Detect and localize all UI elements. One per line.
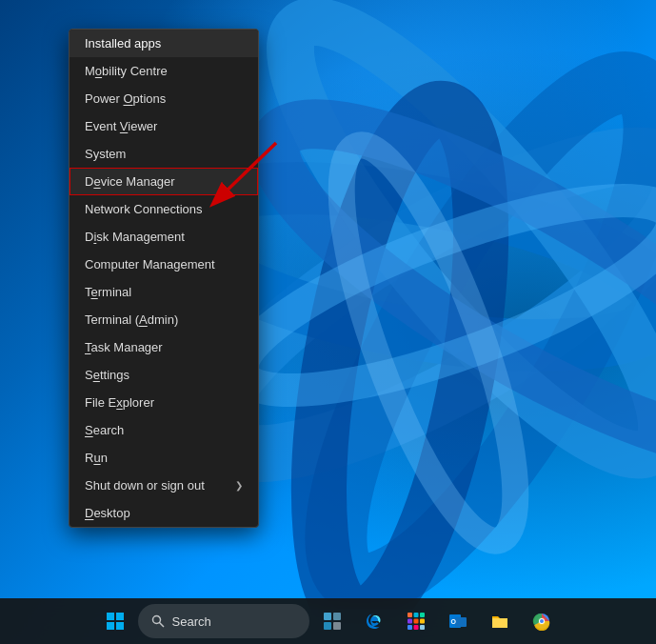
start-button[interactable]: [96, 602, 134, 640]
svg-rect-13: [116, 622, 124, 630]
svg-rect-21: [413, 613, 418, 617]
context-menu: Installed apps Mobility Centre Power Opt…: [69, 29, 259, 528]
widgets-button[interactable]: [313, 602, 351, 640]
menu-item-shut-down[interactable]: Shut down or sign out ❯: [70, 472, 258, 499]
menu-item-terminal-admin[interactable]: Terminal (Admin): [70, 306, 258, 333]
menu-item-file-explorer[interactable]: File Explorer: [70, 389, 258, 416]
outlook-button[interactable]: O: [439, 602, 477, 640]
svg-point-35: [540, 619, 544, 623]
edge-button[interactable]: [355, 602, 393, 640]
svg-rect-16: [324, 613, 331, 620]
menu-item-power-options[interactable]: Power Options: [70, 85, 258, 112]
edge-icon: [365, 612, 384, 631]
svg-rect-18: [324, 622, 331, 630]
menu-item-search[interactable]: Search: [70, 416, 258, 444]
svg-point-14: [152, 616, 160, 624]
chrome-icon: [532, 612, 551, 631]
menu-item-mobility-centre[interactable]: Mobility Centre: [70, 57, 258, 85]
windows-icon: [107, 613, 124, 630]
menu-item-computer-management[interactable]: Computer Management: [70, 251, 258, 278]
svg-rect-22: [420, 613, 425, 617]
menu-item-installed-apps[interactable]: Installed apps: [70, 30, 258, 57]
svg-text:O: O: [450, 618, 456, 625]
svg-rect-12: [107, 622, 114, 630]
file-explorer-button[interactable]: [481, 602, 519, 640]
menu-item-disk-management[interactable]: Disk Management: [70, 223, 258, 251]
taskbar-search[interactable]: Search: [138, 604, 309, 638]
apps-icon: [407, 612, 426, 631]
svg-rect-10: [107, 613, 114, 620]
svg-rect-30: [455, 617, 467, 627]
taskbar: Search: [0, 598, 656, 644]
desktop: Installed apps Mobility Centre Power Opt…: [0, 0, 656, 644]
menu-item-event-viewer[interactable]: Event Viewer: [70, 112, 258, 140]
menu-item-run[interactable]: Run: [70, 444, 258, 472]
widgets-icon: [323, 612, 342, 631]
svg-rect-20: [408, 613, 412, 617]
svg-line-15: [159, 623, 164, 628]
menu-item-task-manager[interactable]: Task Manager: [70, 333, 258, 361]
chevron-right-icon: ❯: [235, 480, 243, 491]
svg-rect-17: [333, 613, 341, 620]
svg-rect-23: [408, 619, 412, 624]
svg-rect-11: [116, 613, 124, 620]
svg-rect-25: [420, 619, 425, 624]
search-label: Search: [172, 614, 211, 629]
chrome-button[interactable]: [523, 602, 561, 640]
menu-item-system[interactable]: System: [70, 140, 258, 168]
outlook-icon: O: [448, 612, 467, 631]
menu-item-device-manager[interactable]: Device Manager: [70, 168, 258, 195]
svg-rect-26: [408, 625, 412, 630]
menu-item-settings[interactable]: Settings: [70, 361, 258, 389]
svg-rect-27: [413, 625, 418, 630]
folder-icon: [490, 612, 509, 631]
menu-item-terminal[interactable]: Terminal: [70, 278, 258, 306]
svg-rect-19: [333, 622, 341, 630]
apps-grid-button[interactable]: [397, 602, 435, 640]
svg-rect-24: [413, 619, 418, 624]
search-icon: [151, 614, 165, 628]
menu-item-network-connections[interactable]: Network Connections: [70, 195, 258, 223]
menu-item-desktop[interactable]: Desktop: [70, 499, 258, 527]
taskbar-center: Search: [96, 602, 561, 640]
svg-rect-28: [420, 625, 425, 630]
